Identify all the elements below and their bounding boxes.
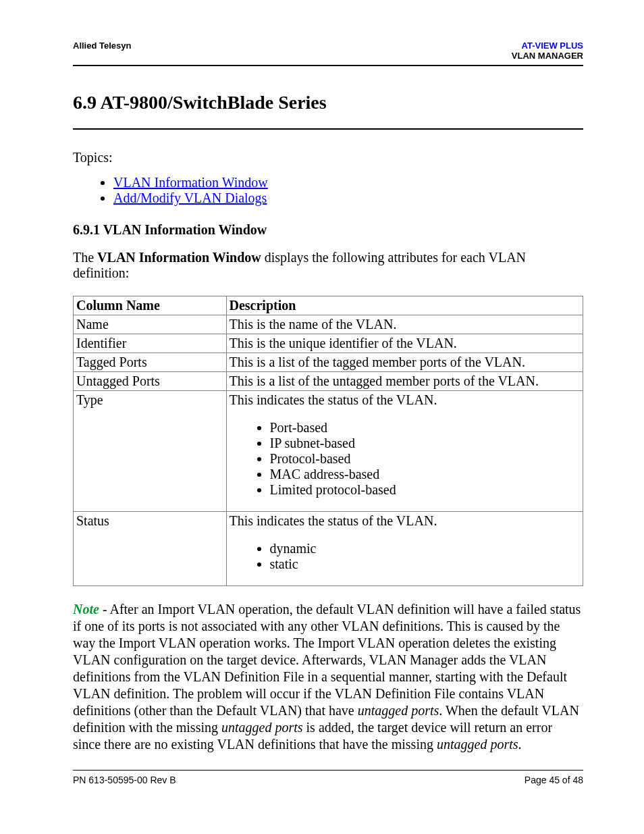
cell-desc: This is the name of the VLAN. — [226, 315, 583, 334]
page-title: 6.9 AT-9800/SwitchBlade Series — [73, 92, 583, 113]
list-item: IP subnet-based — [270, 436, 581, 451]
page-header: Allied Telesyn AT-VIEW PLUS VLAN MANAGER — [73, 41, 583, 61]
col-header-name: Column Name — [74, 296, 227, 315]
note-paragraph: Note - After an Import VLAN operation, t… — [73, 601, 583, 753]
page-footer: PN 613-50595-00 Rev B Page 45 of 48 — [73, 770, 583, 785]
cell-name: Identifier — [74, 334, 227, 353]
list-item: VLAN Information Window — [113, 175, 583, 190]
cell-name: Status — [74, 512, 227, 586]
list-item: static — [270, 556, 581, 572]
list-item: MAC address-based — [270, 467, 581, 482]
add-modify-link[interactable]: Add/Modify VLAN Dialogs — [113, 190, 267, 205]
cell-name: Name — [74, 315, 227, 334]
table-row: Type This indicates the status of the VL… — [74, 391, 583, 512]
note-italic: untagged ports — [358, 703, 439, 718]
table-row: Status This indicates the status of the … — [74, 512, 583, 586]
vlan-info-link[interactable]: VLAN Information Window — [113, 175, 268, 190]
type-lead: This indicates the status of the VLAN. — [230, 392, 437, 407]
list-item: Add/Modify VLAN Dialogs — [113, 190, 583, 206]
header-left: Allied Telesyn — [73, 41, 131, 51]
topics-label: Topics: — [73, 150, 583, 165]
cell-name: Tagged Ports — [74, 353, 227, 372]
topics-list: VLAN Information Window Add/Modify VLAN … — [73, 175, 583, 206]
header-product: AT-VIEW PLUS — [522, 41, 583, 51]
table-row: Name This is the name of the VLAN. — [74, 315, 583, 334]
footer-rule — [73, 770, 583, 771]
cell-desc: This indicates the status of the VLAN. d… — [226, 512, 583, 586]
header-right: AT-VIEW PLUS VLAN MANAGER — [512, 41, 583, 61]
note-seg1: - After an Import VLAN operation, the de… — [73, 602, 581, 718]
table-row: Identifier This is the unique identifier… — [74, 334, 583, 353]
note-italic: untagged ports — [221, 720, 303, 735]
title-rule — [73, 128, 583, 130]
list-item: dynamic — [270, 541, 581, 556]
table-header-row: Column Name Description — [74, 296, 583, 315]
list-item: Port-based — [270, 420, 581, 436]
cell-desc: This is a list of the untagged member po… — [226, 372, 583, 391]
intro-bold: VLAN Information Window — [97, 250, 261, 265]
list-item: Protocol-based — [270, 451, 581, 467]
note-seg4: . — [518, 737, 522, 752]
section-heading: 6.9.1 VLAN Information Window — [73, 222, 583, 238]
cell-name: Type — [74, 391, 227, 512]
status-lead: This indicates the status of the VLAN. — [230, 513, 437, 528]
table-row: Untagged Ports This is a list of the unt… — [74, 372, 583, 391]
cell-name: Untagged Ports — [74, 372, 227, 391]
list-item: Limited protocol-based — [270, 482, 581, 498]
table-row: Tagged Ports This is a list of the tagge… — [74, 353, 583, 372]
col-header-desc: Description — [226, 296, 583, 315]
footer-left: PN 613-50595-00 Rev B — [73, 775, 176, 785]
header-subtitle: VLAN MANAGER — [512, 51, 583, 61]
intro-pre: The — [73, 250, 97, 265]
cell-desc: This is a list of the tagged member port… — [226, 353, 583, 372]
status-list: dynamic static — [230, 541, 581, 572]
note-italic: untagged ports — [437, 737, 518, 752]
cell-desc: This indicates the status of the VLAN. P… — [226, 391, 583, 512]
footer-right: Page 45 of 48 — [525, 775, 583, 785]
attributes-table: Column Name Description Name This is the… — [73, 296, 583, 586]
type-list: Port-based IP subnet-based Protocol-base… — [230, 420, 581, 498]
cell-desc: This is the unique identifier of the VLA… — [226, 334, 583, 353]
note-label: Note — [73, 602, 99, 617]
header-rule — [73, 65, 583, 66]
intro-paragraph: The VLAN Information Window displays the… — [73, 250, 583, 281]
